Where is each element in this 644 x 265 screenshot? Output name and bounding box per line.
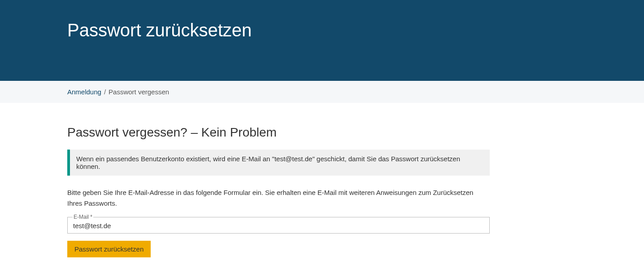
page-title: Passwort zurücksetzen	[67, 20, 644, 40]
email-label-text: E-Mail	[74, 214, 89, 220]
email-field[interactable]	[67, 217, 490, 234]
success-alert: Wenn ein passendes Benutzerkonto existie…	[67, 150, 490, 176]
breadcrumb-bar: Anmeldung / Passwort vergessen	[0, 81, 644, 103]
reset-password-button[interactable]: Passwort zurücksetzen	[67, 241, 151, 257]
breadcrumb-link-anmeldung[interactable]: Anmeldung	[67, 88, 101, 96]
section-heading: Passwort vergessen? – Kein Problem	[67, 125, 490, 140]
main-content: Passwort vergessen? – Kein Problem Wenn …	[0, 103, 644, 265]
breadcrumb-separator: /	[104, 88, 106, 96]
required-marker: *	[90, 214, 92, 220]
instruction-text: Bitte geben Sie Ihre E-Mail-Adresse in d…	[67, 187, 490, 209]
email-form-group: E-Mail *	[67, 217, 490, 234]
page-header: Passwort zurücksetzen	[0, 0, 644, 81]
alert-text: Wenn ein passendes Benutzerkonto existie…	[76, 155, 460, 170]
reset-password-form: E-Mail * Passwort zurücksetzen	[67, 217, 490, 257]
breadcrumb-current: Passwort vergessen	[109, 88, 169, 96]
breadcrumb: Anmeldung / Passwort vergessen	[67, 88, 644, 96]
email-label: E-Mail *	[73, 214, 93, 220]
